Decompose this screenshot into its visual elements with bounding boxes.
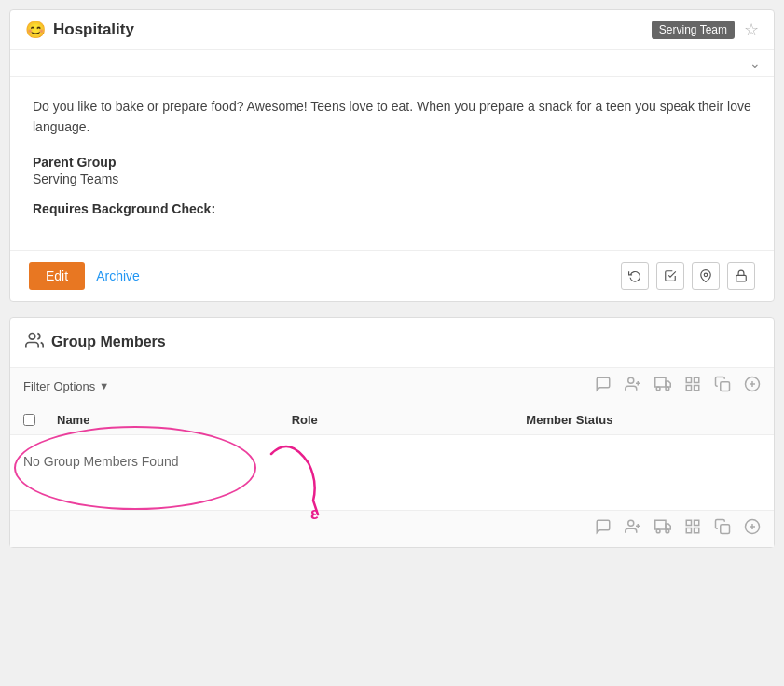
footer-icon-group — [621, 262, 755, 290]
bottom-toolbar — [10, 510, 774, 547]
history-icon-button[interactable] — [621, 262, 649, 290]
footer-left-actions: Edit Archive — [29, 262, 140, 290]
bottom-message-icon[interactable] — [595, 518, 612, 540]
svg-rect-1 — [736, 275, 747, 281]
lock-icon-button[interactable] — [727, 262, 755, 290]
svg-rect-27 — [695, 520, 699, 525]
message-icon[interactable] — [595, 376, 612, 397]
svg-rect-29 — [686, 528, 691, 532]
filter-options-button[interactable]: Filter Options ▼ — [23, 379, 109, 393]
group-members-header: Group Members — [10, 318, 774, 368]
chevron-down-icon[interactable]: ⌄ — [750, 56, 761, 71]
svg-point-3 — [628, 377, 634, 383]
parent-group-value: Serving Teams — [33, 172, 751, 186]
header-left: 😊 Hospitality — [25, 20, 134, 40]
header-right: Serving Team ☆ — [652, 20, 759, 40]
select-all-checkbox-col — [23, 413, 57, 427]
favorite-star-icon[interactable]: ☆ — [744, 20, 759, 40]
svg-point-2 — [29, 333, 35, 339]
hospitality-card: 😊 Hospitality Serving Team ☆ ⌄ Do you li… — [9, 9, 775, 302]
svg-rect-22 — [655, 520, 666, 529]
annotation-squiggle: ε — [262, 435, 374, 519]
filter-chevron-icon: ▼ — [99, 380, 109, 391]
svg-point-8 — [656, 387, 660, 391]
grid-icon[interactable] — [684, 376, 701, 397]
location-icon-button[interactable] — [692, 262, 720, 290]
bottom-add-icon[interactable] — [744, 518, 761, 540]
svg-rect-13 — [686, 385, 691, 390]
card-header: 😊 Hospitality Serving Team ☆ — [10, 10, 774, 50]
svg-rect-14 — [721, 382, 730, 391]
svg-marker-7 — [666, 381, 670, 387]
table-body: ε No Group Members Found — [10, 435, 774, 510]
group-members-title: Group Members — [51, 334, 166, 350]
truck-icon[interactable] — [654, 376, 671, 397]
svg-point-19 — [628, 520, 634, 526]
filter-action-icons — [595, 376, 761, 397]
add-group-icon[interactable] — [625, 376, 641, 397]
description-text: Do you like to bake or prepare food? Awe… — [33, 96, 751, 138]
svg-rect-30 — [721, 525, 730, 534]
checklist-icon-button[interactable] — [656, 262, 684, 290]
svg-rect-10 — [686, 377, 691, 382]
card-body: Do you like to bake or prepare food? Awe… — [10, 77, 774, 250]
svg-rect-11 — [695, 377, 699, 382]
parent-group-label: Parent Group — [33, 155, 751, 170]
copy-icon[interactable] — [714, 376, 731, 397]
parent-group-field: Parent Group Serving Teams — [33, 155, 751, 186]
card-footer: Edit Archive — [10, 250, 774, 301]
role-column-header: Role — [292, 413, 527, 427]
background-check-label: Requires Background Check: — [33, 201, 751, 216]
svg-rect-6 — [655, 377, 666, 387]
name-column-header: Name — [57, 413, 292, 427]
smiley-icon: 😊 — [25, 20, 46, 40]
filter-row: Filter Options ▼ — [10, 368, 774, 405]
background-check-field: Requires Background Check: — [33, 201, 751, 216]
add-member-icon[interactable] — [744, 376, 761, 397]
serving-team-badge: Serving Team — [652, 21, 735, 39]
group-members-card: Group Members Filter Options ▼ — [9, 317, 775, 548]
archive-button[interactable]: Archive — [96, 268, 140, 283]
svg-rect-26 — [686, 520, 691, 525]
bottom-truck-icon[interactable] — [654, 518, 671, 540]
collapse-row: ⌄ — [10, 50, 774, 77]
bottom-copy-icon[interactable] — [714, 518, 731, 540]
member-status-column-header: Member Status — [526, 413, 761, 427]
svg-rect-28 — [695, 528, 699, 532]
bottom-group-add-icon[interactable] — [625, 518, 641, 540]
svg-point-25 — [666, 529, 669, 533]
table-header: Name Role Member Status — [10, 405, 774, 435]
select-all-checkbox[interactable] — [23, 414, 35, 426]
svg-point-9 — [666, 387, 669, 391]
filter-options-label: Filter Options — [23, 379, 95, 393]
no-members-message: No Group Members Found — [23, 454, 179, 469]
group-members-icon — [25, 331, 44, 354]
page-title: Hospitality — [53, 21, 134, 39]
edit-button[interactable]: Edit — [29, 262, 85, 290]
svg-point-24 — [656, 529, 660, 533]
svg-rect-12 — [695, 385, 699, 390]
bottom-grid-icon[interactable] — [684, 518, 701, 540]
svg-point-0 — [704, 273, 708, 277]
svg-marker-23 — [666, 524, 670, 529]
